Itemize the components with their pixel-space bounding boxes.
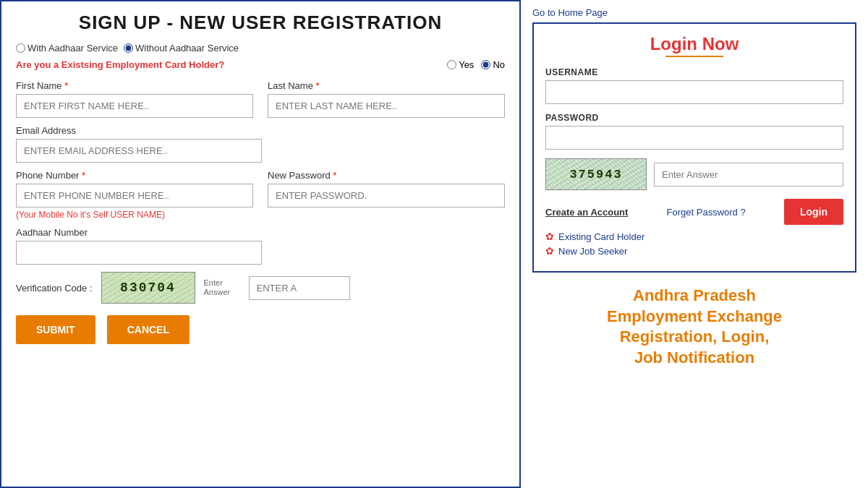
username-input[interactable] — [545, 80, 843, 104]
job-seeker-icon: ✿ — [545, 245, 554, 257]
first-name-label: First Name * — [16, 80, 253, 91]
captcha-enter-label: Enter Answer — [204, 278, 240, 297]
login-underline — [665, 56, 723, 57]
login-title: Login Now — [545, 34, 843, 54]
first-name-input[interactable] — [16, 94, 253, 118]
button-row: SUBMIT CANCEL — [16, 315, 505, 344]
last-name-label: Last Name * — [268, 80, 505, 91]
cancel-button[interactable]: CANCEL — [107, 315, 190, 344]
aadhaar-radio-row: With Aadhaar Service Without Aadhaar Ser… — [16, 43, 505, 53]
employment-yes-radio[interactable] — [447, 60, 456, 69]
ap-tagline: Andhra Pradesh Employment Exchange Regis… — [532, 286, 856, 368]
name-row: First Name * Last Name * — [16, 80, 505, 118]
email-row: Email Address — [16, 125, 505, 163]
first-name-group: First Name * — [16, 80, 253, 118]
password-label: New Password * — [268, 170, 505, 181]
tagline-line3: Registration, Login, — [532, 327, 856, 348]
phone-password-row: Phone Number * (Your Mobile No it's Self… — [16, 170, 505, 220]
login-button[interactable]: Login — [784, 199, 843, 225]
login-box: Login Now USERNAME PASSWORD 375943 Creat… — [532, 22, 856, 273]
verification-row: Verification Code : 830704 Enter Answer — [16, 272, 505, 304]
page-title: SIGN UP - NEW USER REGISTRATION — [16, 12, 505, 34]
login-password-input[interactable] — [545, 126, 843, 150]
employment-question: Are you a Existsing Employment Card Hold… — [16, 59, 224, 70]
card-links: ✿ Existing Card Holder ✿ New Job Seeker — [545, 231, 843, 257]
captcha-text: 830704 — [120, 281, 176, 295]
tagline-line4: Job Notification — [532, 348, 856, 369]
forget-password-link[interactable]: Forget Password ? — [667, 207, 746, 218]
new-password-input[interactable] — [268, 184, 505, 207]
username-label: USERNAME — [545, 67, 843, 77]
employment-no-radio[interactable] — [481, 60, 490, 69]
employment-row: Are you a Existsing Employment Card Hold… — [16, 59, 505, 70]
existing-card-holder-link[interactable]: ✿ Existing Card Holder — [545, 231, 843, 242]
tagline-line2: Employment Exchange — [532, 307, 856, 328]
phone-helper: (Your Mobile No it's Self USER NAME) — [16, 210, 253, 220]
email-input[interactable] — [16, 139, 262, 163]
yes-no-row: Yes No — [447, 59, 505, 70]
login-password-label: PASSWORD — [545, 113, 843, 123]
with-aadhaar-radio[interactable] — [16, 43, 25, 53]
phone-input[interactable] — [16, 184, 253, 207]
create-account-link[interactable]: Create an Account — [545, 207, 628, 218]
aadhaar-label: Aadhaar Number — [16, 227, 505, 238]
login-captcha-row: 375943 — [545, 158, 843, 190]
captcha-image: 830704 — [101, 272, 195, 304]
last-name-group: Last Name * — [268, 80, 505, 118]
email-group: Email Address — [16, 125, 262, 163]
yes-label[interactable]: Yes — [447, 59, 474, 70]
card-holder-icon: ✿ — [545, 231, 554, 242]
verification-label: Verification Code : — [16, 283, 93, 294]
phone-label: Phone Number * — [16, 170, 253, 181]
phone-group: Phone Number * (Your Mobile No it's Self… — [16, 170, 253, 220]
tagline-line1: Andhra Pradesh — [532, 286, 856, 307]
login-captcha-input[interactable] — [654, 163, 843, 187]
new-job-seeker-link[interactable]: ✿ New Job Seeker — [545, 245, 843, 257]
aadhaar-section: Aadhaar Number — [16, 227, 505, 265]
without-aadhaar-radio[interactable] — [124, 43, 133, 53]
with-aadhaar-label[interactable]: With Aadhaar Service — [16, 43, 118, 53]
email-label: Email Address — [16, 125, 262, 136]
captcha-answer-input[interactable] — [249, 276, 350, 300]
submit-button[interactable]: SUBMIT — [16, 315, 95, 344]
last-name-input[interactable] — [268, 94, 505, 118]
right-panel: Go to Home Page Login Now USERNAME PASSW… — [521, 0, 868, 488]
login-captcha-box: 375943 — [545, 158, 647, 190]
home-link[interactable]: Go to Home Page — [532, 7, 856, 18]
password-group: New Password * — [268, 170, 505, 220]
login-bottom-row: Create an Account Forget Password ? Logi… — [545, 199, 843, 225]
registration-panel: SIGN UP - NEW USER REGISTRATION With Aad… — [0, 0, 521, 488]
no-label[interactable]: No — [481, 59, 505, 70]
without-aadhaar-label[interactable]: Without Aadhaar Service — [124, 43, 239, 53]
login-captcha-text: 375943 — [569, 168, 622, 181]
aadhaar-input[interactable] — [16, 241, 262, 265]
